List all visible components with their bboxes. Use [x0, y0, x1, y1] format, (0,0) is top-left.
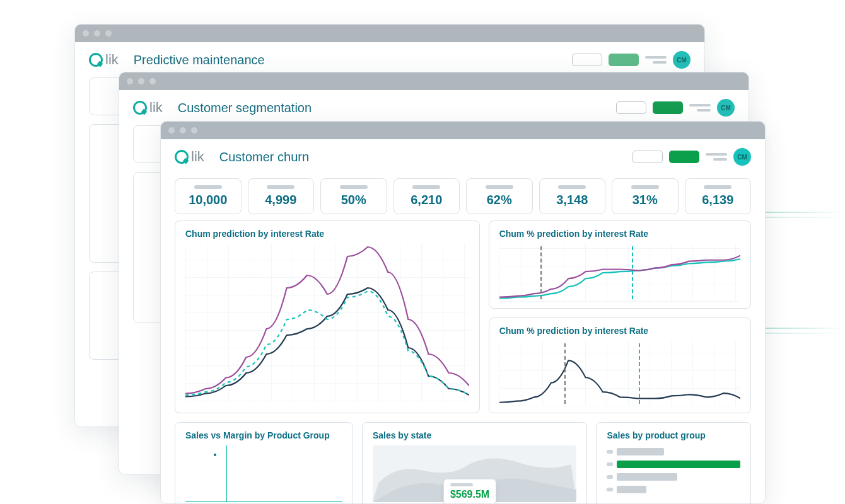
bar-row — [607, 461, 740, 468]
kpi-value: 6,210 — [394, 193, 460, 207]
kpi-label-placeholder — [412, 185, 440, 189]
panel-churn-prediction[interactable]: Chum prediction by interest Rate — [175, 220, 480, 413]
kpi-tile[interactable]: 50% — [320, 178, 387, 214]
avatar-initials: CM — [721, 105, 731, 112]
qlik-logo: lik — [175, 149, 204, 165]
bar-row — [607, 473, 740, 481]
avatar-initials: CM — [737, 154, 747, 161]
reference-line — [639, 343, 640, 404]
chart-sales-margin — [185, 445, 342, 502]
kpi-label-placeholder — [631, 185, 659, 189]
kpi-label-placeholder — [340, 185, 368, 189]
header-button-primary[interactable] — [669, 151, 699, 163]
qlik-logo: lik — [133, 100, 163, 116]
header-button-outline[interactable] — [572, 54, 602, 66]
tooltip-value: $569.5M — [450, 489, 489, 500]
kpi-value: 50% — [321, 193, 387, 207]
header-lines-icon — [689, 104, 711, 112]
kpi-label-placeholder — [558, 185, 586, 189]
window-header: lik Customer churn CM — [161, 139, 765, 175]
avatar[interactable]: CM — [717, 99, 735, 117]
chart-churn-big — [185, 244, 469, 401]
traffic-dot-icon — [94, 30, 100, 37]
reference-line — [564, 343, 566, 404]
window-customer-churn: lik Customer churn CM 10,0004,99950%6,21… — [160, 121, 766, 504]
window-titlebar — [75, 25, 704, 42]
chart-churn-pct-2 — [499, 341, 740, 406]
kpi-value: 3,148 — [540, 193, 605, 207]
window-header: lik Customer segmentation CM — [119, 90, 749, 125]
kpi-label-placeholder — [486, 185, 513, 189]
page-title: Customer churn — [219, 150, 309, 164]
panel-sales-vs-margin[interactable]: Sales vs Margin by Product Group — [175, 422, 353, 504]
reference-line — [540, 246, 542, 299]
kpi-tile[interactable]: 4,999 — [248, 178, 315, 214]
header-button-primary[interactable] — [653, 101, 683, 114]
panel-title: Chum % prediction by interest Rate — [499, 229, 740, 239]
chart-churn-pct-1 — [499, 244, 740, 302]
panel-title: Sales by product group — [607, 430, 740, 440]
panel-title: Chum % prediction by interest Rate — [499, 326, 740, 336]
kpi-value: 10,000 — [175, 193, 241, 207]
kpi-label-placeholder — [704, 185, 731, 189]
reference-line — [632, 246, 633, 299]
header-controls: CM — [572, 51, 691, 69]
panel-churn-pct-1[interactable]: Chum % prediction by interest Rate — [489, 220, 751, 309]
page-title: Customer segmentation — [178, 101, 312, 115]
traffic-dot-icon — [138, 78, 144, 84]
panel-title: Sales vs Margin by Product Group — [185, 430, 342, 440]
panel-sales-by-state[interactable]: Sales by state $569.5M — [362, 422, 588, 504]
header-button-outline[interactable] — [616, 101, 646, 114]
traffic-dot-icon — [105, 30, 112, 37]
kpi-label-placeholder — [267, 185, 294, 189]
panel-title: Chum prediction by interest Rate — [185, 229, 469, 239]
traffic-dot-icon — [83, 30, 89, 37]
avatar[interactable]: CM — [673, 51, 691, 69]
kpi-tile[interactable]: 6,210 — [393, 178, 460, 214]
header-controls: CM — [632, 148, 751, 166]
header-lines-icon — [645, 56, 667, 64]
kpi-value: 4,999 — [248, 193, 314, 207]
avatar[interactable]: CM — [733, 148, 751, 166]
kpi-value: 31% — [612, 193, 678, 207]
brand-text: lik — [149, 100, 163, 116]
panel-churn-pct-2[interactable]: Chum % prediction by interest Rate — [489, 318, 751, 413]
avatar-initials: CM — [677, 57, 687, 64]
traffic-dot-icon — [127, 78, 133, 84]
traffic-dot-icon — [191, 127, 197, 134]
kpi-value: 62% — [467, 193, 532, 207]
header-button-primary[interactable] — [609, 54, 639, 66]
header-controls: CM — [616, 99, 735, 117]
kpi-row: 10,0004,99950%6,21062%3,14831%6,139 — [161, 175, 765, 220]
map-tooltip: $569.5M — [443, 479, 496, 504]
q-mark-icon — [89, 53, 103, 67]
qlik-logo: lik — [89, 52, 119, 68]
header-button-outline[interactable] — [632, 151, 663, 163]
panel-title: Sales by state — [373, 430, 577, 440]
page-title: Predictive maintenance — [134, 53, 265, 67]
bar-row — [607, 486, 740, 493]
kpi-label-placeholder — [194, 185, 222, 189]
q-mark-icon — [133, 101, 147, 115]
chart-sales-product-group — [607, 445, 740, 493]
traffic-dot-icon — [168, 127, 175, 134]
brand-text: lik — [105, 52, 119, 68]
window-titlebar — [119, 72, 749, 90]
kpi-tile[interactable]: 62% — [466, 178, 533, 214]
bar-row — [607, 448, 740, 455]
traffic-dot-icon — [180, 127, 186, 134]
traffic-dot-icon — [149, 78, 156, 84]
kpi-tile[interactable]: 31% — [612, 178, 679, 214]
kpi-tile[interactable]: 6,139 — [685, 178, 752, 214]
panel-sales-by-product-group[interactable]: Sales by product group — [596, 422, 751, 504]
brand-text: lik — [191, 149, 204, 165]
kpi-tile[interactable]: 3,148 — [539, 178, 606, 214]
kpi-tile[interactable]: 10,000 — [175, 178, 242, 214]
window-titlebar — [161, 122, 765, 139]
header-lines-icon — [706, 153, 727, 161]
q-mark-icon — [175, 150, 189, 164]
kpi-value: 6,139 — [685, 193, 751, 207]
